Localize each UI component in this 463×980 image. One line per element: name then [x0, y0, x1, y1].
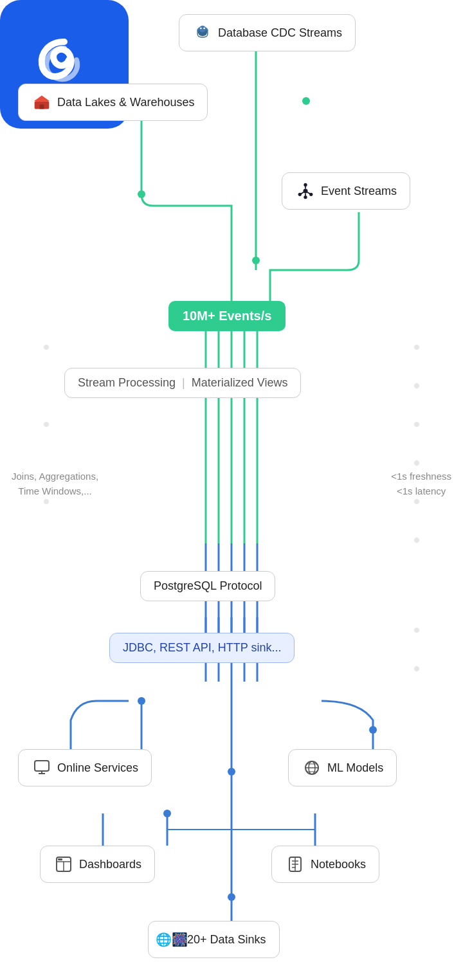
svg-point-53 — [44, 345, 49, 350]
notebooks-label: Notebooks — [311, 858, 366, 871]
node-cdc: Database CDC Streams — [179, 14, 356, 51]
online-label: Online Services — [57, 761, 138, 775]
svg-point-61 — [414, 538, 419, 543]
connector-dot-lakes — [302, 97, 310, 105]
node-joins: Joins, Aggregations, Time Windows,... — [12, 469, 98, 498]
monitor-icon — [32, 758, 52, 778]
materialized-views-label: Materialized Views — [192, 376, 288, 390]
node-lakes: Data Lakes & Warehouses — [18, 84, 208, 121]
svg-point-29 — [304, 195, 307, 199]
node-events: Event Streams — [282, 172, 410, 210]
pg-label: PostgreSQL Protocol — [154, 579, 262, 593]
cdc-label: Database CDC Streams — [218, 26, 342, 40]
svg-rect-36 — [35, 761, 49, 771]
throughput-label: 10M+ Events/s — [183, 309, 271, 323]
diagram-container: Database CDC Streams Data Lakes & Wareho… — [0, 0, 463, 980]
svg-point-63 — [414, 666, 419, 671]
events-label: Event Streams — [321, 185, 397, 198]
svg-point-55 — [414, 383, 419, 388]
node-dashboards: Dashboards — [40, 846, 155, 883]
postgres-icon — [192, 23, 213, 43]
connector-dot-cdc — [252, 257, 260, 264]
svg-point-57 — [414, 422, 419, 427]
freshness-line2: <1s latency — [391, 484, 451, 499]
node-jdbc: JDBC, REST API, HTTP sink... — [109, 633, 295, 663]
sinks-icon: 🌐🎆 — [161, 929, 182, 950]
node-stream-processing: Stream Processing | Materialized Views — [64, 368, 301, 398]
svg-line-35 — [307, 192, 310, 194]
node-notebooks: Notebooks — [271, 846, 379, 883]
connector-dot-blue2 — [369, 726, 377, 734]
node-freshness: <1s freshness <1s latency — [391, 469, 451, 498]
kafka-icon — [295, 181, 316, 201]
connector-dot-blue5 — [228, 893, 235, 901]
node-ml-models: ML Models — [288, 749, 397, 786]
svg-point-28 — [304, 183, 307, 186]
svg-rect-47 — [58, 858, 62, 860]
dashboard-icon — [53, 854, 74, 875]
lakes-label: Data Lakes & Warehouses — [57, 96, 194, 109]
notebook-icon — [285, 854, 305, 875]
node-throughput: 10M+ Events/s — [168, 301, 286, 331]
joins-line1: Joins, Aggregations, — [12, 469, 98, 484]
connector-dot-lakes2 — [138, 190, 145, 198]
warehouse-icon — [32, 92, 52, 113]
jdbc-label: JDBC, REST API, HTTP sink... — [123, 641, 281, 655]
joins-line2: Time Windows,... — [12, 484, 98, 499]
svg-point-60 — [44, 499, 49, 504]
svg-point-62 — [414, 628, 419, 633]
connector-dot-blue4 — [228, 768, 235, 776]
svg-point-23 — [203, 28, 205, 30]
stream-processing-label: Stream Processing — [78, 376, 176, 390]
svg-point-54 — [414, 345, 419, 350]
node-online-services: Online Services — [18, 749, 152, 786]
connector-dot-blue3 — [163, 810, 171, 817]
node-pg-protocol: PostgreSQL Protocol — [140, 571, 275, 601]
connector-dot-blue1 — [138, 697, 145, 705]
svg-marker-25 — [34, 96, 50, 102]
svg-point-22 — [200, 28, 202, 30]
svg-point-21 — [199, 26, 206, 33]
svg-point-58 — [414, 460, 419, 466]
node-data-sinks: 🌐🎆 20+ Data Sinks — [148, 921, 280, 958]
svg-point-59 — [414, 499, 419, 504]
svg-rect-26 — [40, 105, 44, 109]
svg-point-56 — [44, 422, 49, 427]
dashboards-label: Dashboards — [79, 858, 141, 871]
freshness-line1: <1s freshness — [391, 469, 451, 484]
sinks-label: 20+ Data Sinks — [187, 933, 266, 947]
globe-icon — [302, 758, 322, 778]
svg-line-34 — [301, 192, 304, 194]
ml-label: ML Models — [327, 761, 383, 775]
